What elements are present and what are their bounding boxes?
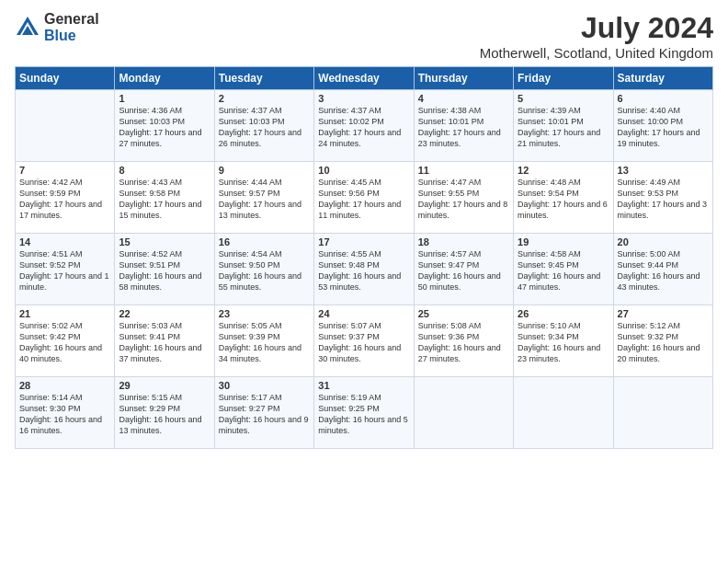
cell-info: Sunrise: 4:43 AMSunset: 9:58 PMDaylight:… <box>119 177 210 222</box>
weekday-header: Friday <box>514 67 613 90</box>
calendar-cell <box>514 377 613 449</box>
weekday-header: Wednesday <box>314 67 414 90</box>
cell-info: Sunrise: 5:00 AMSunset: 9:44 PMDaylight:… <box>618 248 709 293</box>
cell-info: Sunrise: 5:17 AMSunset: 9:27 PMDaylight:… <box>219 392 310 437</box>
calendar-body: 1Sunrise: 4:36 AMSunset: 10:03 PMDayligh… <box>16 90 713 449</box>
cell-info: Sunrise: 4:42 AMSunset: 9:59 PMDaylight:… <box>19 177 110 222</box>
day-number: 7 <box>19 165 110 176</box>
cell-info: Sunrise: 5:07 AMSunset: 9:37 PMDaylight:… <box>318 320 409 365</box>
calendar-cell: 19Sunrise: 4:58 AMSunset: 9:45 PMDayligh… <box>514 234 613 305</box>
calendar-cell: 1Sunrise: 4:36 AMSunset: 10:03 PMDayligh… <box>115 90 214 162</box>
cell-info: Sunrise: 4:45 AMSunset: 9:56 PMDaylight:… <box>318 177 409 222</box>
logo-blue-text: Blue <box>44 28 99 44</box>
calendar-cell: 4Sunrise: 4:38 AMSunset: 10:01 PMDayligh… <box>414 90 513 162</box>
day-number: 5 <box>518 93 609 104</box>
title-block: July 2024 Motherwell, Scotland, United K… <box>480 11 713 61</box>
day-number: 19 <box>518 236 609 247</box>
logo-text: General Blue <box>44 11 99 43</box>
cell-info: Sunrise: 5:19 AMSunset: 9:25 PMDaylight:… <box>318 392 409 437</box>
day-number: 12 <box>518 165 609 176</box>
calendar-cell: 21Sunrise: 5:02 AMSunset: 9:42 PMDayligh… <box>16 305 115 377</box>
day-number: 6 <box>618 93 709 104</box>
day-number: 17 <box>318 236 409 247</box>
weekday-header: Tuesday <box>214 67 313 90</box>
day-number: 31 <box>318 380 409 391</box>
day-number: 18 <box>418 236 509 247</box>
cell-info: Sunrise: 4:44 AMSunset: 9:57 PMDaylight:… <box>219 177 310 222</box>
day-number: 2 <box>219 93 310 104</box>
cell-info: Sunrise: 4:51 AMSunset: 9:52 PMDaylight:… <box>19 248 110 293</box>
cell-info: Sunrise: 5:08 AMSunset: 9:36 PMDaylight:… <box>418 320 509 365</box>
calendar-cell: 23Sunrise: 5:05 AMSunset: 9:39 PMDayligh… <box>214 305 313 377</box>
calendar-week-row: 7Sunrise: 4:42 AMSunset: 9:59 PMDaylight… <box>16 162 713 234</box>
calendar-header: SundayMondayTuesdayWednesdayThursdayFrid… <box>16 67 713 90</box>
cell-info: Sunrise: 4:36 AMSunset: 10:03 PMDaylight… <box>119 105 210 150</box>
calendar-cell <box>613 377 712 449</box>
cell-info: Sunrise: 5:12 AMSunset: 9:32 PMDaylight:… <box>618 320 709 365</box>
day-number: 24 <box>318 308 409 319</box>
calendar-cell: 22Sunrise: 5:03 AMSunset: 9:41 PMDayligh… <box>115 305 214 377</box>
cell-info: Sunrise: 4:37 AMSunset: 10:02 PMDaylight… <box>318 105 409 150</box>
day-number: 13 <box>618 165 709 176</box>
day-number: 20 <box>618 236 709 247</box>
calendar-cell: 28Sunrise: 5:14 AMSunset: 9:30 PMDayligh… <box>16 377 115 449</box>
weekday-row: SundayMondayTuesdayWednesdayThursdayFrid… <box>16 67 713 90</box>
weekday-header: Saturday <box>613 67 712 90</box>
calendar-cell: 5Sunrise: 4:39 AMSunset: 10:01 PMDayligh… <box>514 90 613 162</box>
calendar-cell: 20Sunrise: 5:00 AMSunset: 9:44 PMDayligh… <box>613 234 712 305</box>
calendar-cell: 16Sunrise: 4:54 AMSunset: 9:50 PMDayligh… <box>214 234 313 305</box>
day-number: 26 <box>518 308 609 319</box>
cell-info: Sunrise: 4:48 AMSunset: 9:54 PMDaylight:… <box>518 177 609 222</box>
calendar-table: SundayMondayTuesdayWednesdayThursdayFrid… <box>15 66 713 449</box>
day-number: 29 <box>119 380 210 391</box>
calendar-cell: 6Sunrise: 4:40 AMSunset: 10:00 PMDayligh… <box>613 90 712 162</box>
calendar-cell: 29Sunrise: 5:15 AMSunset: 9:29 PMDayligh… <box>115 377 214 449</box>
calendar-cell <box>414 377 513 449</box>
calendar-cell: 14Sunrise: 4:51 AMSunset: 9:52 PMDayligh… <box>16 234 115 305</box>
calendar-cell: 26Sunrise: 5:10 AMSunset: 9:34 PMDayligh… <box>514 305 613 377</box>
calendar-cell: 10Sunrise: 4:45 AMSunset: 9:56 PMDayligh… <box>314 162 414 234</box>
weekday-header: Monday <box>115 67 214 90</box>
cell-info: Sunrise: 4:55 AMSunset: 9:48 PMDaylight:… <box>318 248 409 293</box>
logo-icon <box>15 15 40 40</box>
calendar-cell: 7Sunrise: 4:42 AMSunset: 9:59 PMDaylight… <box>16 162 115 234</box>
calendar-cell: 31Sunrise: 5:19 AMSunset: 9:25 PMDayligh… <box>314 377 414 449</box>
day-number: 14 <box>19 236 110 247</box>
day-number: 9 <box>219 165 310 176</box>
calendar-cell: 12Sunrise: 4:48 AMSunset: 9:54 PMDayligh… <box>514 162 613 234</box>
header: General Blue July 2024 Motherwell, Scotl… <box>15 11 713 61</box>
cell-info: Sunrise: 4:58 AMSunset: 9:45 PMDaylight:… <box>518 248 609 293</box>
calendar-cell: 15Sunrise: 4:52 AMSunset: 9:51 PMDayligh… <box>115 234 214 305</box>
logo-general-text: General <box>44 11 99 28</box>
calendar-cell: 18Sunrise: 4:57 AMSunset: 9:47 PMDayligh… <box>414 234 513 305</box>
weekday-header: Thursday <box>414 67 513 90</box>
calendar-week-row: 1Sunrise: 4:36 AMSunset: 10:03 PMDayligh… <box>16 90 713 162</box>
calendar-cell <box>16 90 115 162</box>
day-number: 21 <box>19 308 110 319</box>
day-number: 11 <box>418 165 509 176</box>
cell-info: Sunrise: 5:14 AMSunset: 9:30 PMDaylight:… <box>19 392 110 437</box>
calendar-week-row: 14Sunrise: 4:51 AMSunset: 9:52 PMDayligh… <box>16 234 713 305</box>
calendar-cell: 27Sunrise: 5:12 AMSunset: 9:32 PMDayligh… <box>613 305 712 377</box>
calendar-week-row: 28Sunrise: 5:14 AMSunset: 9:30 PMDayligh… <box>16 377 713 449</box>
main-title: July 2024 <box>480 11 713 45</box>
cell-info: Sunrise: 4:38 AMSunset: 10:01 PMDaylight… <box>418 105 509 150</box>
day-number: 23 <box>219 308 310 319</box>
day-number: 8 <box>119 165 210 176</box>
day-number: 10 <box>318 165 409 176</box>
day-number: 28 <box>19 380 110 391</box>
weekday-header: Sunday <box>16 67 115 90</box>
calendar-cell: 2Sunrise: 4:37 AMSunset: 10:03 PMDayligh… <box>214 90 313 162</box>
calendar-cell: 9Sunrise: 4:44 AMSunset: 9:57 PMDaylight… <box>214 162 313 234</box>
day-number: 3 <box>318 93 409 104</box>
day-number: 16 <box>219 236 310 247</box>
calendar-cell: 30Sunrise: 5:17 AMSunset: 9:27 PMDayligh… <box>214 377 313 449</box>
cell-info: Sunrise: 5:10 AMSunset: 9:34 PMDaylight:… <box>518 320 609 365</box>
cell-info: Sunrise: 4:52 AMSunset: 9:51 PMDaylight:… <box>119 248 210 293</box>
day-number: 22 <box>119 308 210 319</box>
subtitle: Motherwell, Scotland, United Kingdom <box>480 45 713 61</box>
cell-info: Sunrise: 4:37 AMSunset: 10:03 PMDaylight… <box>219 105 310 150</box>
page: General Blue July 2024 Motherwell, Scotl… <box>0 0 728 563</box>
calendar-cell: 8Sunrise: 4:43 AMSunset: 9:58 PMDaylight… <box>115 162 214 234</box>
calendar-week-row: 21Sunrise: 5:02 AMSunset: 9:42 PMDayligh… <box>16 305 713 377</box>
